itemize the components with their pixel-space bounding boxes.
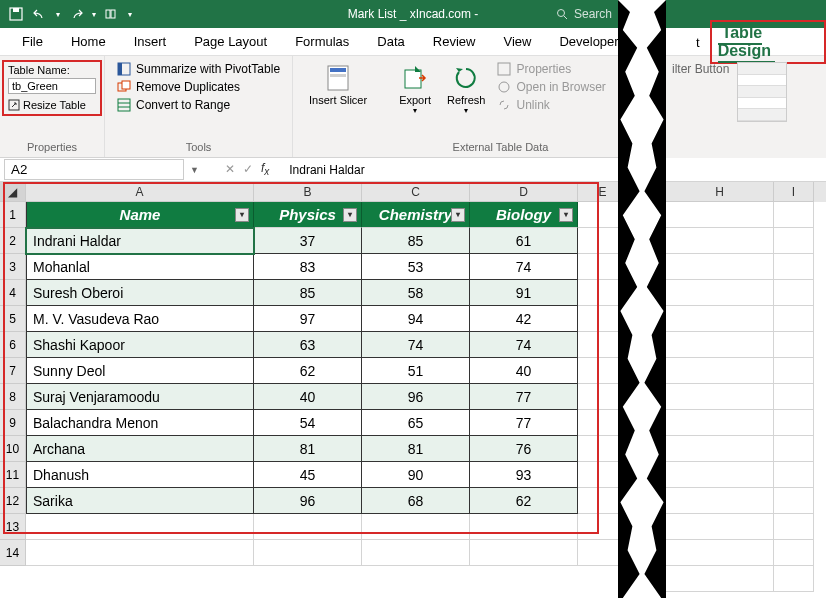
undo-dropdown-icon[interactable]: ▾ — [56, 10, 60, 19]
cell[interactable] — [578, 540, 628, 566]
cell[interactable] — [774, 488, 814, 514]
cell[interactable] — [666, 436, 774, 462]
row-header[interactable]: 1 — [0, 202, 26, 228]
cell[interactable] — [774, 436, 814, 462]
cell[interactable] — [774, 514, 814, 540]
table-name-input[interactable] — [8, 78, 96, 94]
row-header[interactable]: 13 — [0, 514, 26, 540]
cell-name[interactable]: Sarika — [26, 488, 254, 514]
cell-physics[interactable]: 83 — [254, 254, 362, 280]
cell[interactable] — [362, 514, 470, 540]
cell-chemistry[interactable]: 68 — [362, 488, 470, 514]
cell-biology[interactable]: 74 — [470, 332, 578, 358]
cell-biology[interactable]: 91 — [470, 280, 578, 306]
cell-physics[interactable]: 96 — [254, 488, 362, 514]
tab-view[interactable]: View — [489, 34, 545, 49]
filter-dropdown-icon[interactable]: ▾ — [451, 208, 465, 222]
undo-icon[interactable] — [32, 6, 48, 22]
row-header[interactable]: 4 — [0, 280, 26, 306]
cell[interactable] — [666, 358, 774, 384]
tab-formulas[interactable]: Formulas — [281, 34, 363, 49]
cell-name[interactable]: Suresh Oberoi — [26, 280, 254, 306]
name-box-dropdown-icon[interactable]: ▼ — [184, 165, 205, 175]
table-header-biology[interactable]: Biology▾ — [470, 202, 578, 228]
row-header[interactable]: 9 — [0, 410, 26, 436]
cell[interactable] — [254, 514, 362, 540]
cell-biology[interactable]: 93 — [470, 462, 578, 488]
cell[interactable] — [26, 514, 254, 540]
cell-physics[interactable]: 40 — [254, 384, 362, 410]
cell-chemistry[interactable]: 74 — [362, 332, 470, 358]
cell-chemistry[interactable]: 81 — [362, 436, 470, 462]
cell-name[interactable]: Balachandra Menon — [26, 410, 254, 436]
cell-biology[interactable]: 74 — [470, 254, 578, 280]
cell-biology[interactable]: 77 — [470, 410, 578, 436]
cell[interactable] — [774, 566, 814, 592]
redo-dropdown-icon[interactable]: ▾ — [92, 10, 96, 19]
cell[interactable] — [578, 280, 628, 306]
cell[interactable] — [774, 254, 814, 280]
cell[interactable] — [774, 462, 814, 488]
col-header-I[interactable]: I — [774, 182, 814, 202]
cell-name[interactable]: M. V. Vasudeva Rao — [26, 306, 254, 332]
cell-name[interactable]: Archana — [26, 436, 254, 462]
cell[interactable] — [666, 384, 774, 410]
cell[interactable] — [774, 332, 814, 358]
cell[interactable] — [774, 384, 814, 410]
row-header[interactable]: 12 — [0, 488, 26, 514]
row-header[interactable]: 14 — [0, 540, 26, 566]
table-header-name[interactable]: Name▾ — [26, 202, 254, 228]
cell[interactable] — [578, 384, 628, 410]
tab-page-layout[interactable]: Page Layout — [180, 34, 281, 49]
cell-physics[interactable]: 62 — [254, 358, 362, 384]
cell[interactable] — [774, 306, 814, 332]
cell[interactable] — [666, 410, 774, 436]
cell[interactable] — [578, 254, 628, 280]
cell[interactable] — [666, 280, 774, 306]
cell[interactable] — [666, 462, 774, 488]
cell-chemistry[interactable]: 94 — [362, 306, 470, 332]
cell[interactable] — [666, 202, 774, 228]
row-header[interactable]: 8 — [0, 384, 26, 410]
formula-text[interactable]: Indrani Haldar — [269, 163, 364, 177]
cell-chemistry[interactable]: 96 — [362, 384, 470, 410]
summarize-pivot-button[interactable]: Summarize with PivotTable — [117, 62, 280, 76]
cell-chemistry[interactable]: 85 — [362, 228, 470, 254]
refresh-button[interactable]: Refresh ▾ — [439, 60, 494, 119]
cell-biology[interactable]: 76 — [470, 436, 578, 462]
cell[interactable] — [470, 540, 578, 566]
filter-dropdown-icon[interactable]: ▾ — [559, 208, 573, 222]
col-header-E[interactable]: E — [578, 182, 628, 202]
cell[interactable] — [774, 358, 814, 384]
cell[interactable] — [254, 540, 362, 566]
cell-chemistry[interactable]: 90 — [362, 462, 470, 488]
tab-developer[interactable]: Developer — [545, 34, 632, 49]
qat-dropdown-icon[interactable]: ▾ — [128, 10, 132, 19]
save-icon[interactable] — [8, 6, 24, 22]
convert-range-button[interactable]: Convert to Range — [117, 98, 280, 112]
cell[interactable] — [470, 514, 578, 540]
cell[interactable] — [666, 228, 774, 254]
cell-physics[interactable]: 63 — [254, 332, 362, 358]
cell[interactable] — [666, 566, 774, 592]
row-header[interactable]: 5 — [0, 306, 26, 332]
tab-data[interactable]: Data — [363, 34, 418, 49]
cell[interactable] — [362, 540, 470, 566]
cell[interactable] — [774, 202, 814, 228]
table-styles-preview[interactable] — [737, 62, 787, 122]
select-all-cell[interactable]: ◢ — [0, 182, 26, 202]
cell[interactable] — [578, 436, 628, 462]
cell[interactable] — [774, 228, 814, 254]
row-header[interactable]: 10 — [0, 436, 26, 462]
cell-name[interactable]: Suraj Venjaramoodu — [26, 384, 254, 410]
cell[interactable] — [578, 514, 628, 540]
filter-button-label[interactable]: ilter Button — [672, 62, 729, 76]
cell[interactable] — [26, 540, 254, 566]
export-button[interactable]: Export ▾ — [391, 60, 439, 119]
col-header-C[interactable]: C — [362, 182, 470, 202]
redo-icon[interactable] — [68, 6, 84, 22]
col-header-D[interactable]: D — [470, 182, 578, 202]
remove-duplicates-button[interactable]: Remove Duplicates — [117, 80, 280, 94]
filter-dropdown-icon[interactable]: ▾ — [343, 208, 357, 222]
cell-physics[interactable]: 54 — [254, 410, 362, 436]
